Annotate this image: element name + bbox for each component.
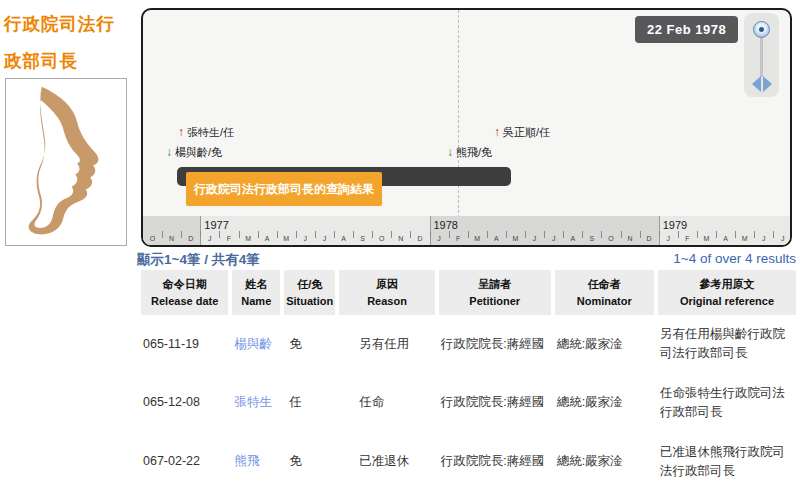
axis-month-label: J (437, 235, 441, 242)
timeline-marker-up[interactable]: ↑張特生/任 (178, 125, 234, 140)
axis-month-tick (449, 231, 450, 238)
pan-right-icon[interactable] (763, 76, 772, 92)
pan-arrows[interactable] (744, 75, 779, 93)
axis-month-tick (678, 231, 679, 238)
person-name-link[interactable]: 熊飛 (234, 454, 259, 468)
page-title-line2: 政部司長 (4, 43, 134, 80)
appointment-arrow-icon: ↑ (494, 125, 500, 139)
column-header-zh: 呈請者 (441, 276, 549, 293)
axis-month-tick (181, 231, 182, 238)
column-header-original-reference: 參考用原文Original reference (658, 270, 796, 315)
cell-release_date: 065-12-08 (141, 374, 228, 433)
axis-month-label: O (608, 235, 613, 242)
axis-month-tick (334, 231, 335, 238)
cell-petitioner: 行政院院長:蔣經國 (439, 491, 551, 497)
cell-nominator: 總統:嚴家淦 (555, 433, 654, 492)
axis-month-tick (372, 231, 373, 238)
column-header-en: Petitioner (441, 293, 549, 310)
dismissal-arrow-icon: ↓ (166, 145, 172, 159)
axis-month-label: D (417, 235, 422, 242)
timeline-marker-down[interactable]: ↓楊與齡/免 (166, 145, 222, 160)
column-header-situation: 任/免Situation (284, 270, 335, 315)
axis-month-label: M (742, 235, 748, 242)
cell-situation: 免 (284, 315, 335, 374)
cell-situation: 免 (284, 433, 335, 492)
time-axis: 197719781979ONDJFMAMJJASONDJFMAMJJASONDJ… (143, 216, 790, 245)
axis-month-label: M (513, 235, 519, 242)
timeline-marker-up[interactable]: ↑吳正順/任 (494, 125, 550, 140)
axis-month-tick (239, 231, 240, 238)
axis-month-tick (219, 231, 220, 238)
axis-year-label: 1978 (434, 219, 458, 231)
axis-month-tick (544, 231, 545, 238)
axis-month-label: N (398, 235, 403, 242)
axis-month-label: J (762, 235, 766, 242)
column-header-en: Nominator (557, 293, 652, 310)
axis-month-tick (258, 231, 259, 238)
axis-month-label: M (245, 235, 251, 242)
cell-reason: 任命 (339, 374, 434, 433)
cell-petitioner: 行政院院長:蔣經國 (439, 315, 551, 374)
cell-petitioner: 行政院院長:蔣經國 (439, 374, 551, 433)
axis-month-tick (735, 231, 736, 238)
cell-name: 張特生 (232, 374, 280, 433)
timeline-panel[interactable]: 22 Feb 1978 ↑張特生/任↓楊與齡/免↑吳正順/任↓熊飛/免 行政院司… (141, 8, 792, 247)
appointment-arrow-icon: ↑ (178, 125, 184, 139)
marker-label: 張特生/任 (187, 126, 234, 138)
axis-month-label: A (341, 235, 346, 242)
pan-left-icon[interactable] (752, 76, 761, 92)
table-row: 065-11-19楊與齡免另有任用行政院院長:蔣經國總統:嚴家淦另有任用楊與齡行… (141, 315, 796, 374)
slider-track[interactable] (760, 37, 763, 77)
axis-month-tick (506, 231, 507, 238)
zoom-slider[interactable] (744, 13, 779, 97)
axis-month-tick (410, 231, 411, 238)
axis-month-label: A (570, 235, 575, 242)
cell-release_date: 067-05-05 (141, 491, 228, 497)
axis-year-label: 1977 (204, 219, 228, 231)
axis-year-label: 1979 (663, 219, 687, 231)
axis-month-tick (487, 231, 488, 238)
table-header-row: 命令日期Release date姓名Name任/免Situation原因Reas… (141, 270, 796, 315)
axis-month-label: J (533, 235, 537, 242)
axis-month-label: J (552, 235, 556, 242)
slider-knob[interactable] (753, 21, 770, 38)
axis-month-label: F (456, 235, 460, 242)
axis-month-label: A (723, 235, 728, 242)
axis-month-label: J (304, 235, 308, 242)
axis-month-tick (563, 231, 564, 238)
axis-month-label: A (265, 235, 270, 242)
cell-release_date: 067-02-22 (141, 433, 228, 492)
axis-month-tick (640, 231, 641, 238)
axis-month-label: D (647, 235, 652, 242)
current-date-line (458, 10, 459, 218)
axis-month-tick (162, 231, 163, 238)
axis-month-tick (200, 231, 201, 238)
axis-month-label: N (169, 235, 174, 242)
column-header-zh: 命令日期 (143, 276, 226, 293)
person-name-link[interactable]: 楊與齡 (234, 337, 272, 351)
axis-month-label: N (628, 235, 633, 242)
column-header-reason: 原因Reason (339, 270, 434, 315)
axis-month-tick (277, 231, 278, 238)
axis-month-label: O (150, 235, 155, 242)
timeline-canvas[interactable]: 22 Feb 1978 ↑張特生/任↓楊與齡/免↑吳正順/任↓熊飛/免 行政院司… (143, 10, 790, 245)
axis-month-label: M (704, 235, 710, 242)
axis-month-label: F (227, 235, 231, 242)
column-header-en: Situation (286, 293, 333, 310)
axis-month-tick (296, 231, 297, 238)
column-header-zh: 參考用原文 (660, 276, 794, 293)
cell-reason: 已准退休 (339, 433, 434, 492)
person-name-link[interactable]: 張特生 (234, 395, 272, 409)
timeline-marker-down[interactable]: ↓熊飛/免 (447, 145, 492, 160)
column-header-en: Name (234, 293, 278, 310)
logo-box (5, 78, 127, 246)
cell-reason: 另有任用 (339, 315, 434, 374)
column-header-zh: 原因 (341, 276, 432, 293)
axis-month-tick (773, 231, 774, 238)
axis-month-tick (621, 231, 622, 238)
cell-reference: 任命張特生行政院司法行政部司長 (658, 374, 796, 433)
column-header-name: 姓名Name (232, 270, 280, 315)
page-title: 行政院司法行 政部司長 (4, 6, 134, 80)
cell-name: 楊與齡 (232, 315, 280, 374)
axis-month-tick (353, 231, 354, 238)
